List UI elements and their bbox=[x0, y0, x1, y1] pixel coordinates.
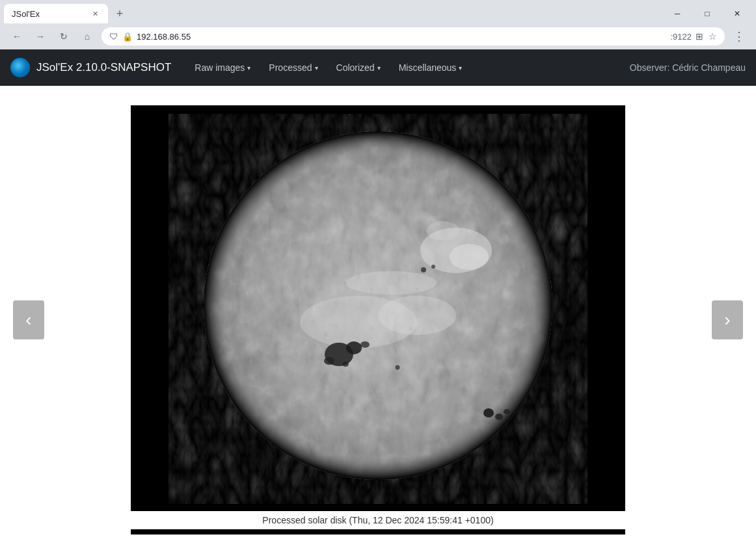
svg-point-18 bbox=[504, 409, 510, 414]
svg-point-16 bbox=[483, 408, 494, 417]
svg-point-29 bbox=[382, 267, 387, 272]
nav-colorized-label: Colorized bbox=[336, 62, 375, 73]
solar-disk-svg bbox=[144, 114, 612, 504]
tab-close-button[interactable]: ✕ bbox=[90, 8, 100, 19]
security-icon: 🔒 bbox=[122, 32, 133, 42]
svg-point-17 bbox=[495, 414, 503, 420]
nav-miscellaneous-caret: ▾ bbox=[459, 64, 462, 72]
svg-point-15 bbox=[342, 362, 349, 367]
nav-raw-images-label: Raw images bbox=[195, 62, 245, 73]
svg-point-23 bbox=[304, 274, 308, 278]
bookmark-icon[interactable]: ☆ bbox=[709, 31, 717, 42]
main-content: ‹ bbox=[0, 86, 756, 554]
back-button[interactable]: ← bbox=[8, 27, 26, 46]
solar-disk-wrapper bbox=[137, 111, 619, 507]
carousel-next-button[interactable]: › bbox=[712, 300, 743, 339]
nav-processed[interactable]: Processed ▾ bbox=[261, 57, 325, 78]
svg-point-9 bbox=[378, 296, 456, 335]
app-logo bbox=[10, 58, 30, 77]
svg-point-38 bbox=[390, 340, 393, 343]
nav-colorized[interactable]: Colorized ▾ bbox=[329, 57, 388, 78]
svg-point-39 bbox=[409, 326, 412, 330]
image-caption: Processed solar disk (Thu, 12 Dec 2024 1… bbox=[131, 511, 625, 529]
nav-menu: Raw images ▾ Processed ▾ Colorized ▾ Mis… bbox=[187, 57, 470, 78]
window-close-button[interactable]: ✕ bbox=[722, 4, 752, 23]
svg-point-25 bbox=[330, 267, 335, 272]
nav-raw-images-caret: ▾ bbox=[247, 64, 250, 72]
svg-point-12 bbox=[346, 341, 362, 354]
svg-point-35 bbox=[312, 321, 315, 324]
svg-point-20 bbox=[431, 265, 435, 269]
svg-point-27 bbox=[357, 274, 360, 278]
svg-point-26 bbox=[344, 282, 347, 285]
nav-miscellaneous-label: Miscellaneous bbox=[399, 62, 457, 73]
address-bar: ← → ↻ ⌂ 🛡 🔒 192.168.86.55:9122 ⊞ ☆ ⋮ bbox=[0, 23, 756, 49]
nav-colorized-caret: ▾ bbox=[377, 64, 381, 72]
translate-icon[interactable]: ⊞ bbox=[695, 31, 703, 42]
url-host: 192.168.86.55 bbox=[137, 32, 666, 42]
svg-point-41 bbox=[447, 326, 452, 331]
reload-button[interactable]: ↻ bbox=[55, 27, 73, 46]
svg-point-13 bbox=[324, 357, 334, 365]
minimize-button[interactable]: ─ bbox=[662, 4, 692, 23]
svg-point-37 bbox=[369, 326, 374, 331]
new-tab-button[interactable]: + bbox=[111, 5, 129, 23]
svg-point-36 bbox=[324, 333, 328, 337]
nav-processed-caret: ▾ bbox=[315, 64, 318, 72]
svg-point-34 bbox=[454, 281, 459, 285]
svg-point-14 bbox=[360, 341, 370, 348]
app-brand: JSol'Ex 2.10.0-SNAPSHOT bbox=[10, 58, 171, 77]
url-bar[interactable]: 🛡 🔒 192.168.86.55:9122 ⊞ ☆ bbox=[101, 27, 725, 46]
app-title: JSol'Ex 2.10.0-SNAPSHOT bbox=[36, 61, 171, 74]
nav-raw-images[interactable]: Raw images ▾ bbox=[187, 57, 258, 78]
url-port: :9122 bbox=[670, 32, 692, 42]
svg-point-33 bbox=[442, 288, 444, 291]
svg-point-32 bbox=[428, 274, 432, 278]
svg-point-19 bbox=[421, 267, 426, 272]
svg-point-21 bbox=[396, 365, 400, 370]
svg-point-7 bbox=[450, 244, 489, 270]
svg-point-28 bbox=[370, 288, 373, 291]
home-button[interactable]: ⌂ bbox=[78, 27, 96, 46]
svg-point-24 bbox=[318, 288, 321, 291]
observer-info: Observer: Cédric Champeau bbox=[630, 62, 746, 73]
svg-point-30 bbox=[402, 274, 406, 278]
svg-point-22 bbox=[427, 221, 459, 241]
forward-button[interactable]: → bbox=[31, 27, 49, 46]
maximize-button[interactable]: □ bbox=[692, 4, 722, 23]
carousel-prev-button[interactable]: ‹ bbox=[13, 300, 44, 339]
nav-miscellaneous[interactable]: Miscellaneous ▾ bbox=[391, 57, 470, 78]
solar-image-container: Processed solar disk (Thu, 12 Dec 2024 1… bbox=[131, 105, 625, 534]
shield-icon: 🛡 bbox=[109, 31, 118, 42]
app-navbar: JSol'Ex 2.10.0-SNAPSHOT Raw images ▾ Pro… bbox=[0, 49, 756, 86]
svg-point-31 bbox=[416, 288, 419, 291]
tab-title: JSol'Ex bbox=[12, 9, 85, 19]
browser-menu-button[interactable]: ⋮ bbox=[730, 27, 748, 46]
nav-processed-label: Processed bbox=[269, 62, 312, 73]
svg-point-40 bbox=[435, 340, 438, 343]
browser-tab[interactable]: JSol'Ex ✕ bbox=[4, 4, 108, 23]
